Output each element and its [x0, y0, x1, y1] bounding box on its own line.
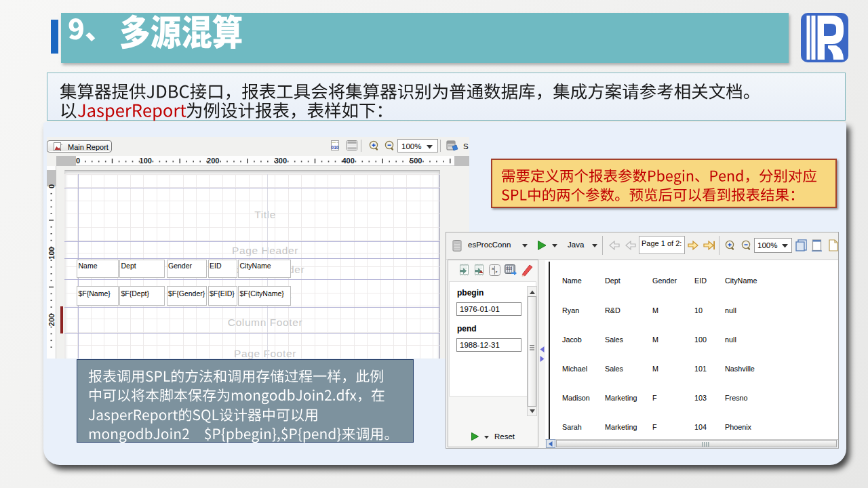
svg-text:z: z	[496, 270, 498, 274]
svg-text:500: 500	[410, 157, 422, 165]
svg-text:200: 200	[207, 157, 219, 165]
svg-text:400: 400	[342, 157, 354, 165]
svg-text:010: 010	[332, 145, 339, 150]
svg-text:0: 0	[76, 157, 80, 165]
svg-text:100: 100	[140, 157, 152, 165]
svg-text:300: 300	[275, 157, 287, 165]
svg-text:010: 010	[506, 266, 512, 270]
svg-text:200: 200	[47, 314, 56, 326]
svg-text:0: 0	[47, 184, 56, 188]
svg-text:100: 100	[47, 247, 56, 259]
